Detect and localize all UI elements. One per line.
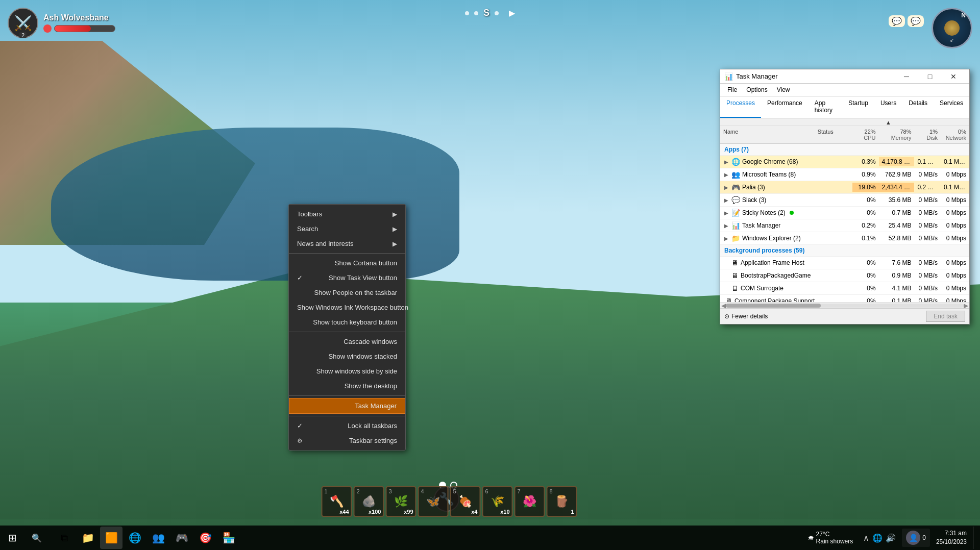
tm-sort-indicator: ▲ (720, 118, 969, 126)
table-row[interactable]: 🖥 COM Surrogate 0% 4.1 MB 0 MB/s 0 Mbps (720, 282, 969, 295)
search-button[interactable]: 🔍 (24, 526, 49, 550)
expand-icon-sticky[interactable]: ▶ (723, 210, 729, 216)
menu-item-stacked[interactable]: Show windows stacked (289, 349, 405, 364)
menu-item-taskview[interactable]: ✓ Show Task View button (289, 270, 405, 285)
taskbar-clock[interactable]: 7:31 am 25/10/2023 (932, 529, 971, 546)
tm-menu-options[interactable]: Options (742, 85, 771, 95)
proc-cpu-slack: 0% (852, 195, 878, 205)
expand-icon-tm[interactable]: ▶ (723, 222, 729, 229)
show-desktop-button[interactable] (973, 527, 976, 549)
menu-label-settings: Taskbar settings (349, 437, 397, 444)
inv-slot-4[interactable]: 4 🦋 (418, 486, 449, 517)
table-row[interactable]: ▶ 🌐 Google Chrome (68) 0.3% 4,170.8 MB 0… (720, 156, 969, 168)
inv-slot-8[interactable]: 8 🪵 1 (547, 486, 577, 517)
inv-slot-2[interactable]: 2 🪨 x100 (354, 486, 384, 517)
tab-processes[interactable]: Processes (720, 96, 761, 118)
taskbar-icon-store[interactable]: 🏪 (217, 527, 240, 549)
tm-menu-view[interactable]: View (773, 85, 794, 95)
table-row[interactable]: 🖥 Application Frame Host 0% 7.6 MB 0 MB/… (720, 257, 969, 269)
tab-services[interactable]: Services (934, 96, 969, 118)
menu-item-toolbars[interactable]: Toolbars ▶ (289, 207, 405, 221)
menu-item-cascade[interactable]: Cascade windows (289, 334, 405, 349)
menu-item-news[interactable]: News and interests ▶ (289, 236, 405, 251)
tab-performance[interactable]: Performance (761, 96, 808, 118)
inv-slot-5[interactable]: 5 🍖 x4 (450, 486, 481, 517)
scroll-thumb (726, 304, 821, 308)
table-row[interactable]: ▶ 📝 Sticky Notes (2) 0% 0.7 MB 0 MB/s 0 … (720, 207, 969, 219)
menu-item-search[interactable]: Search ▶ (289, 221, 405, 236)
end-task-button[interactable]: End task (926, 311, 965, 322)
proc-name-afh: 🖥 Application Frame Host (720, 258, 815, 268)
menu-item-taskmanager[interactable]: Task Manager (289, 398, 405, 414)
expand-icon-chrome[interactable]: ▶ (723, 159, 729, 165)
weather-widget[interactable]: 🌧 27°C Rain showers (804, 531, 857, 545)
menu-item-ink[interactable]: Show Windows Ink Workspace button (289, 300, 405, 315)
expand-icon-palia[interactable]: ▶ (723, 184, 729, 190)
menu-label-toolbars: Toolbars (297, 210, 322, 218)
taskbar-icon-active[interactable]: 🟧 (100, 527, 122, 549)
col-header-cpu[interactable]: 22% CPU (852, 127, 878, 142)
proc-status-palia (815, 186, 852, 188)
col-header-network[interactable]: 0% Network (941, 127, 969, 142)
chat-bubble-2: 💬 (908, 15, 924, 27)
menu-item-cortana[interactable]: Show Cortana button (289, 256, 405, 270)
menu-item-people[interactable]: Show People on the taskbar (289, 285, 405, 300)
menu-item-sidebyside[interactable]: Show windows side by side (289, 364, 405, 379)
col-header-disk[interactable]: 1% Disk (914, 127, 940, 142)
taskbar-icon-palia[interactable]: 🎮 (170, 527, 193, 549)
separator-4 (289, 416, 405, 416)
tab-details[interactable]: Details (902, 96, 934, 118)
col-header-status[interactable]: Status (815, 127, 852, 142)
inv-slot-1[interactable]: 1 🪓 x44 (322, 486, 352, 517)
inv-slot-3[interactable]: 3 🌿 x99 (386, 486, 416, 517)
systray-network[interactable]: 🌐 (872, 533, 883, 543)
fewer-details-button[interactable]: ⊙ Fewer details (724, 313, 768, 320)
table-row[interactable]: ▶ 📁 Windows Explorer (2) 0.1% 52.8 MB 0 … (720, 232, 969, 245)
expand-icon-slack[interactable]: ▶ (723, 197, 729, 203)
table-row[interactable]: ▶ 💬 Slack (3) 0% 35.6 MB 0 MB/s 0 Mbps (720, 194, 969, 207)
menu-item-touch[interactable]: Show touch keyboard button (289, 315, 405, 330)
arrow-icon-search: ▶ (393, 226, 397, 233)
scroll-left-arrow[interactable]: ◀ (721, 302, 726, 309)
col-header-memory[interactable]: 78% Memory (879, 127, 915, 142)
table-row[interactable]: ▶ 👥 Microsoft Teams (8) 0.9% 762.9 MB 0 … (720, 168, 969, 181)
menu-item-lock[interactable]: ✓ Lock all taskbars (289, 418, 405, 433)
menu-label-sidebyside: Show windows side by side (316, 367, 397, 375)
expand-icon-teams[interactable]: ▶ (723, 171, 729, 178)
proc-name-com: 🖥 COM Surrogate (720, 283, 815, 293)
tm-hscroll[interactable]: ◀ ▶ (720, 302, 969, 308)
tm-close-button[interactable]: ✕ (942, 69, 965, 84)
systray-chevron[interactable]: ∧ (863, 533, 869, 543)
menu-item-settings[interactable]: ⚙ Taskbar settings (289, 433, 405, 448)
proc-cpu-explorer: 0.1% (852, 234, 878, 243)
menu-label-news: News and interests (297, 240, 354, 247)
taskbar-icon-taskview[interactable]: ⧉ (53, 527, 76, 549)
taskbar-icon-files[interactable]: 📁 (77, 527, 99, 549)
start-button[interactable]: ⊞ (0, 526, 24, 550)
inv-slot-7[interactable]: 7 🌺 (514, 486, 545, 517)
expand-icon-explorer[interactable]: ▶ (723, 235, 729, 241)
tab-app-history[interactable]: App history (808, 96, 843, 118)
scroll-track[interactable] (726, 304, 964, 308)
table-row[interactable]: 🖥 Component Package Support S... 0% 0.1 … (720, 295, 969, 302)
scroll-right-arrow[interactable]: ▶ (964, 302, 968, 309)
tm-maximize-button[interactable]: □ (918, 69, 942, 84)
taskbar-icon-teams[interactable]: 👥 (147, 527, 169, 549)
proc-cpu-sticky: 0% (852, 208, 878, 217)
tab-startup[interactable]: Startup (842, 96, 874, 118)
tm-title-text: Task Manager (736, 72, 892, 80)
col-header-name[interactable]: Name (720, 127, 815, 142)
proc-disk-sticky: 0 MB/s (914, 208, 940, 217)
tm-minimize-button[interactable]: ─ (895, 69, 918, 84)
notification-area[interactable]: 👤 0 (902, 529, 930, 547)
tab-users[interactable]: Users (874, 96, 902, 118)
inv-slot-6[interactable]: 6 🌾 x10 (482, 486, 513, 517)
table-row[interactable]: ▶ 🎮 Palia (3) 19.0% 2,434.4 MB 0.2 MB/s … (720, 181, 969, 194)
tm-menu-file[interactable]: File (723, 85, 741, 95)
menu-item-desktop[interactable]: Show the desktop (289, 379, 405, 393)
table-row[interactable]: ▶ 📊 Task Manager 0.2% 25.4 MB 0 MB/s 0 M… (720, 219, 969, 232)
taskbar-icon-xbox[interactable]: 🎯 (194, 527, 216, 549)
systray-volume[interactable]: 🔊 (886, 533, 896, 543)
taskbar-icon-chrome[interactable]: 🌐 (124, 527, 146, 549)
table-row[interactable]: 🖥 BootstrapPackagedGame 0% 0.9 MB 0 MB/s… (720, 269, 969, 282)
